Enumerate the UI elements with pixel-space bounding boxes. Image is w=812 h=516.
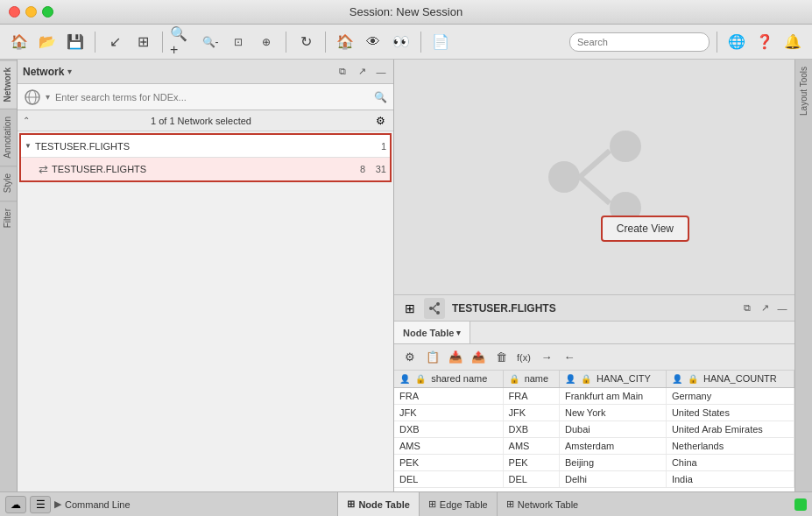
table-columns-btn[interactable]: 📋 (422, 348, 443, 367)
svg-point-5 (548, 161, 580, 193)
cell-hana_country-1: United States (666, 405, 794, 421)
zoom-out-icon[interactable]: 🔍- (198, 30, 222, 54)
right-panel: Create View ⊞ TESTUSER.FLIGHTS (394, 60, 794, 491)
panel-expand-btn[interactable]: ⧉ (335, 65, 350, 79)
refresh-icon[interactable]: ↻ (293, 30, 318, 54)
create-view-button[interactable]: Create View (601, 216, 689, 242)
cell-name-4: PEK (503, 455, 559, 471)
doc-icon[interactable]: 📄 (428, 30, 453, 54)
network-gear-btn[interactable]: ⚙ (372, 113, 388, 129)
style-tab[interactable]: Style (0, 166, 17, 200)
table-row[interactable]: JFKJFKNew YorkUnited States (394, 405, 794, 421)
network-tab[interactable]: Network (0, 60, 17, 109)
window-title: Session: New Session (350, 5, 462, 18)
ndex-search-input[interactable] (55, 88, 369, 106)
hide-icon[interactable]: 👁 (361, 30, 385, 54)
layout-tools-tab[interactable]: Layout Tools (797, 60, 810, 123)
table-row[interactable]: DXBDXBDubaiUnited Arab Emirates (394, 421, 794, 438)
panel-detach-btn[interactable]: ↗ (355, 65, 369, 79)
dropdown-arrow[interactable]: ▾ (67, 67, 72, 76)
col-name-label: name (525, 373, 549, 384)
network-group-row[interactable]: ▼ TESTUSER.FLIGHTS 1 (21, 135, 390, 158)
lock-icon-1: 🔒 (415, 374, 426, 385)
person-icon-2: 👤 (565, 374, 575, 385)
table-arrow-in-btn[interactable]: → (536, 348, 557, 367)
annotation-tab[interactable]: Annotation (0, 109, 17, 166)
lock-icon-3: 🔒 (581, 374, 591, 385)
collapse-icon[interactable]: ⌃ (23, 116, 30, 125)
toolbar-sep-2 (162, 32, 163, 53)
table-close-btn[interactable]: — (775, 301, 789, 315)
svg-point-9 (436, 311, 440, 315)
table-arrow-out-btn[interactable]: ← (559, 348, 580, 367)
cell-hana_city-2: Dubai (559, 421, 666, 438)
eye-icon[interactable]: 👀 (389, 30, 413, 54)
home-nav-icon[interactable]: 🏠 (333, 30, 357, 54)
home-icon[interactable]: 🏠 (7, 30, 32, 54)
table-panel: ⊞ TESTUSER.FLIGHTS ⧉ ↗ — (394, 294, 794, 491)
svg-line-6 (580, 151, 610, 177)
zoom-fit-icon[interactable]: ⊡ (226, 30, 251, 54)
table-grid-icon[interactable]: ⊞ (399, 298, 420, 319)
zoom-in-icon[interactable]: 🔍+ (170, 30, 194, 54)
table-content[interactable]: 👤 🔒 shared name 🔒 name 👤 🔒 (394, 371, 794, 491)
col-shared-name-label: shared name (431, 373, 487, 384)
node-table-btab-icon: ⊞ (347, 498, 355, 510)
svg-line-11 (433, 305, 436, 308)
table-row[interactable]: DELDELDelhiIndia (394, 471, 794, 488)
save-icon[interactable]: 💾 (63, 30, 88, 54)
network-item-nodes: 8 (348, 164, 365, 174)
table-detach-btn[interactable]: ↗ (758, 301, 772, 315)
ndex-dropdown[interactable]: ▾ (46, 92, 50, 102)
cell-hana_country-0: Germany (666, 388, 794, 405)
table-export-btn[interactable]: 📤 (468, 348, 489, 367)
cell-name-5: DEL (503, 471, 559, 488)
minimize-button[interactable] (25, 6, 37, 18)
node-table-btab-label: Node Table (358, 499, 409, 510)
cell-hana_country-4: China (666, 455, 794, 471)
col-hana-country: 👤 🔒 HANA_COUNTR (666, 371, 794, 388)
svg-point-10 (429, 307, 433, 310)
table-settings-btn[interactable]: ⚙ (399, 348, 420, 367)
zoom-sel-icon[interactable]: ⊕ (254, 30, 279, 54)
grid-icon[interactable]: ⊞ (131, 30, 155, 54)
table-import-btn[interactable]: 📥 (445, 348, 466, 367)
filter-tab[interactable]: Filter (0, 201, 17, 235)
network-item-row[interactable]: ⇄ TESTUSER.FLIGHTS 8 31 (21, 158, 390, 180)
cell-hana_city-5: Delhi (559, 471, 666, 488)
search-btn[interactable]: 🔍 (372, 89, 388, 105)
maximize-button[interactable] (42, 6, 53, 18)
cloud-btn[interactable]: ☁ (5, 496, 26, 513)
bell-icon[interactable]: 🔔 (780, 30, 805, 54)
network-table-btab[interactable]: ⊞ Network Table (497, 492, 588, 516)
col-name: 🔒 name (503, 371, 559, 388)
edge-table-btab[interactable]: ⊞ Edge Table (419, 492, 497, 516)
toolbar-search-input[interactable] (569, 32, 710, 52)
ndex-icon (23, 88, 42, 107)
cell-name-1: JFK (503, 405, 559, 421)
network-status-bar: ⌃ 1 of 1 Network selected ⚙ (18, 110, 393, 131)
table-row[interactable]: FRAFRAFrankfurt am MainGermany (394, 388, 794, 405)
open-icon[interactable]: 📂 (35, 30, 60, 54)
panel-close-btn[interactable]: — (374, 65, 388, 79)
subtab-dropdown-arrow: ▾ (456, 329, 461, 337)
close-button[interactable] (9, 6, 20, 18)
data-table: 👤 🔒 shared name 🔒 name 👤 🔒 (394, 371, 794, 488)
table-function-btn[interactable]: f(x) (513, 348, 534, 367)
table-delete-btn[interactable]: 🗑 (491, 348, 512, 367)
cell-shared_name-1: JFK (394, 405, 503, 421)
browser-icon[interactable]: 🌐 (724, 30, 749, 54)
lock-icon-2: 🔒 (509, 374, 519, 385)
table-row[interactable]: PEKPEKBeijingChina (394, 455, 794, 471)
table-expand-btn[interactable]: ⧉ (740, 301, 754, 315)
table-subtabs: Node Table ▾ (394, 322, 794, 344)
table-row[interactable]: AMSAMSAmsterdamNetherlands (394, 438, 794, 455)
bottom-tabs: ⊞ Node Table ⊞ Edge Table ⊞ Network Tabl… (337, 492, 587, 516)
help-icon[interactable]: ❓ (752, 30, 777, 54)
node-table-btab[interactable]: ⊞ Node Table (337, 492, 418, 516)
list-btn[interactable]: ☰ (30, 496, 51, 513)
node-table-subtab[interactable]: Node Table ▾ (394, 322, 470, 343)
import-icon[interactable]: ↙ (102, 30, 127, 54)
table-share-icon[interactable] (424, 298, 445, 319)
person-icon: 👤 (399, 374, 410, 385)
